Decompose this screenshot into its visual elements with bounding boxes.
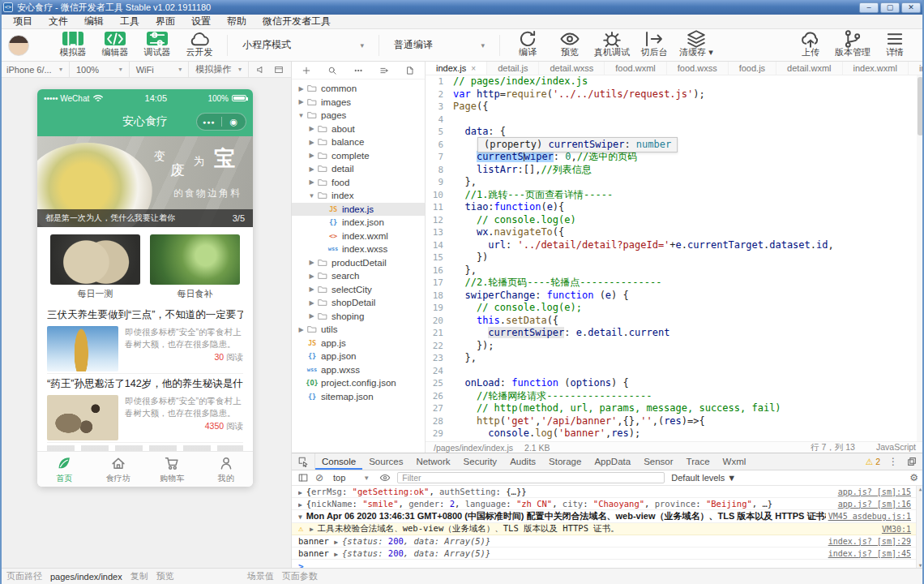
close-icon[interactable]: × xyxy=(471,64,476,73)
console-log-row[interactable]: ▼ Mon Apr 06 2020 13:46:31 GMT+0800 (中国标… xyxy=(292,510,924,523)
tab-我的[interactable]: 我的 xyxy=(199,452,254,487)
source-link[interactable]: VM45 asdebug.js:1 xyxy=(828,512,911,521)
tab-购物车[interactable]: 购物车 xyxy=(145,452,199,487)
code-area[interactable]: 1// pages/index/index.js2var http=requir… xyxy=(426,75,924,441)
console-prompt[interactable]: > xyxy=(292,560,924,568)
menu-item-项目[interactable]: 项目 xyxy=(5,15,41,28)
compile-mode-dropdown[interactable]: 普通编译▾ xyxy=(386,36,493,55)
toolbar-action-eye[interactable]: 预览 xyxy=(549,32,591,58)
minimize-button[interactable]: ‒ xyxy=(859,2,879,13)
menu-item-微信开发者工具[interactable]: 微信开发者工具 xyxy=(255,15,339,28)
console-scrollbar[interactable]: ▲▼ xyxy=(916,486,924,568)
tree-folder-selectCity[interactable]: ▶selectCity xyxy=(292,283,425,297)
close-button[interactable]: ✕ xyxy=(901,2,921,13)
tree-folder-index[interactable]: ▼index xyxy=(292,189,425,203)
toolbar-action-refresh[interactable]: 编译 xyxy=(507,32,549,58)
context-dropdown[interactable]: top▼ xyxy=(330,473,373,483)
console-log-row[interactable]: ▶ {errMsg: "getSetting:ok", authSetting:… xyxy=(292,486,924,498)
devtools-tab-Security[interactable]: Security xyxy=(457,453,504,470)
toolbar-button-code[interactable]: 编辑器 xyxy=(94,32,136,58)
tree-folder-balance[interactable]: ▶balance xyxy=(292,135,425,149)
tree-file-index.wxml[interactable]: <>index.wxml xyxy=(292,230,425,243)
source-link[interactable]: app.js? [sm]:15 xyxy=(838,487,911,496)
toolbar-action-lines[interactable]: 详情 xyxy=(874,32,916,58)
toolbar-action-upload[interactable]: 上传 xyxy=(789,32,832,58)
collapse-icon[interactable] xyxy=(379,66,389,75)
devtools-tab-AppData[interactable]: AppData xyxy=(588,453,637,470)
article-item[interactable]: 三伏天养生要做到“三点”，不知道的一定要了解即使很多标榜“安全”的零食村上春树大… xyxy=(47,305,243,374)
menu-item-工具[interactable]: 工具 xyxy=(112,15,148,28)
banner-swiper[interactable]: 变 废 为 宝 的食物边角料 都是第一次为人，凭什么我要让着你 3/5 xyxy=(37,136,253,227)
tree-folder-complete[interactable]: ▶complete xyxy=(292,149,425,163)
console-log-row[interactable]: banner ▶ {status: 200, data: Array(5)}in… xyxy=(292,535,924,548)
source-link[interactable]: index.js? [sm]:29 xyxy=(828,537,911,546)
scene-value-link[interactable]: 场景值 xyxy=(247,570,274,582)
devtools-tab-Network[interactable]: Network xyxy=(409,453,456,470)
tree-folder-utils[interactable]: ▶utils xyxy=(292,323,425,337)
editor-tab-food.wxss[interactable]: food.wxss xyxy=(667,62,729,75)
toolbar-button-cloud[interactable]: 云开发 xyxy=(178,32,220,58)
tree-folder-search[interactable]: ▶search xyxy=(292,269,425,283)
preview-link[interactable]: 预览 xyxy=(156,570,174,582)
tree-folder-images[interactable]: ▶images xyxy=(292,96,425,110)
toolbar-action-layers[interactable]: 清缓存 ▾ xyxy=(675,32,717,58)
devtools-tab-Audits[interactable]: Audits xyxy=(503,453,542,470)
devtools-tab-Sources[interactable]: Sources xyxy=(362,453,409,470)
copy-link[interactable]: 复制 xyxy=(130,570,148,582)
more-menu-button[interactable]: ●●● xyxy=(197,119,221,125)
tree-file-index.wxss[interactable]: wssindex.wxss xyxy=(292,243,425,256)
mode-dropdown[interactable]: 小程序模式▾ xyxy=(234,36,372,55)
tree-folder-about[interactable]: ▶about xyxy=(292,122,425,136)
menu-item-界面[interactable]: 界面 xyxy=(148,15,183,28)
inspect-icon[interactable] xyxy=(292,453,315,470)
clear-console-icon[interactable]: ⊘ xyxy=(315,472,323,483)
editor-tab-index.js[interactable]: index.js× xyxy=(426,62,487,75)
eye-icon[interactable] xyxy=(379,472,391,483)
devtools-tab-Trace[interactable]: Trace xyxy=(680,453,717,470)
tree-file-index.js[interactable]: JSindex.js xyxy=(292,203,425,217)
editor-tab-index.wxss[interactable]: index.wxss xyxy=(909,62,924,75)
tab-食疗坊[interactable]: 食疗坊 xyxy=(92,452,146,487)
warning-badge[interactable]: ⚠ 2 xyxy=(866,457,880,466)
tree-file-project.config.json[interactable]: {O}project.config.json xyxy=(292,376,425,390)
tree-folder-pages[interactable]: ▼pages xyxy=(292,109,425,122)
toolbar-action-branch[interactable]: 版本管理 xyxy=(832,32,874,58)
feature-card[interactable]: 每日一测 xyxy=(50,234,140,300)
cursor-position[interactable]: 行 7，列 13 xyxy=(811,442,855,453)
feature-card[interactable]: 每日食补 xyxy=(150,234,240,300)
tree-folder-food[interactable]: ▶food xyxy=(292,176,425,190)
language-mode[interactable]: JavaScript xyxy=(876,442,916,453)
console-warning-row[interactable]: ⚠ ▶ 工具未校验合法域名、web-view（业务域名）、TLS 版本以及 HT… xyxy=(292,523,924,535)
editor-tab-food.js[interactable]: food.js xyxy=(729,62,776,75)
toolbar-button-phone[interactable]: 模拟器 xyxy=(52,32,94,58)
tab-首页[interactable]: 首页 xyxy=(37,452,92,487)
plus-icon[interactable] xyxy=(302,66,311,75)
tree-file-app.js[interactable]: JSapp.js xyxy=(292,337,425,350)
network-dropdown[interactable]: WiFi▾ xyxy=(130,62,190,77)
console-log-row[interactable]: banner ▶ {status: 200, data: Array(5)}in… xyxy=(292,548,924,560)
tree-folder-common[interactable]: ▶common xyxy=(292,82,425,96)
devtools-tab-Wxml[interactable]: Wxml xyxy=(717,453,753,470)
tree-folder-productDetail[interactable]: ▶productDetail xyxy=(292,256,425,270)
simulate-operation-dropdown[interactable]: 模拟操作▾ xyxy=(189,62,249,77)
editor-scrollbar[interactable] xyxy=(917,75,924,441)
tree-folder-shoping[interactable]: ▶shoping xyxy=(292,310,425,324)
editor-tab-index.wxml[interactable]: index.wxml xyxy=(843,62,909,75)
newfile-icon[interactable] xyxy=(405,66,415,75)
console-log-row[interactable]: ▶ {nickName: "smile", gender: 2, languag… xyxy=(292,498,924,510)
tree-folder-detail[interactable]: ▶detail xyxy=(292,162,425,176)
toolbar-action-switchbg[interactable]: 切后台 xyxy=(633,32,675,58)
menu-item-设置[interactable]: 设置 xyxy=(183,15,219,28)
maximize-button[interactable]: ▢ xyxy=(880,2,900,13)
tree-file-app.json[interactable]: {}app.json xyxy=(292,350,425,363)
source-link[interactable]: app.js? [sm]:16 xyxy=(838,500,911,509)
menu-item-编辑[interactable]: 编辑 xyxy=(76,15,112,28)
more-icon[interactable] xyxy=(353,66,363,75)
editor-tab-detail.wxml[interactable]: detail.wxml xyxy=(776,62,842,75)
devtools-tab-Sensor[interactable]: Sensor xyxy=(637,453,679,470)
page-params-link[interactable]: 页面参数 xyxy=(282,570,318,582)
gear-icon[interactable]: ⚙ xyxy=(909,472,918,483)
toolbar-action-bug[interactable]: 真机调试 xyxy=(591,32,633,58)
tree-file-index.json[interactable]: {}index.json xyxy=(292,216,425,230)
window-icon[interactable] xyxy=(273,64,284,75)
